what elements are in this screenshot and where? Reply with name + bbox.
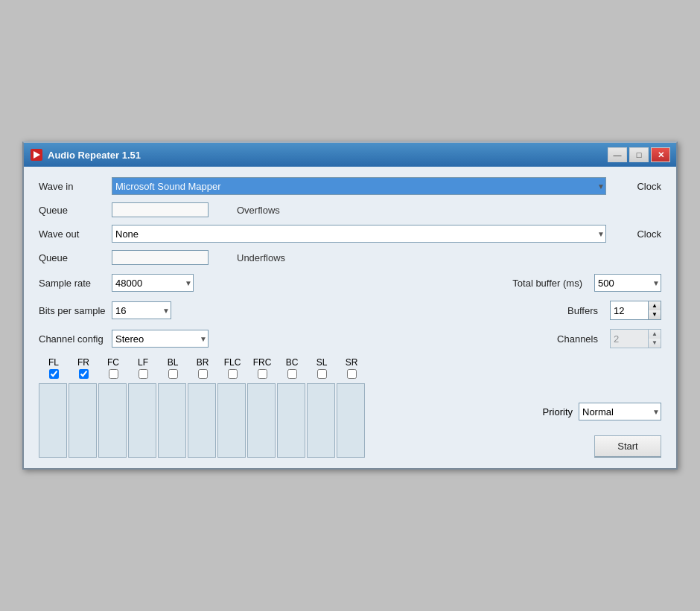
- channels-input[interactable]: [611, 330, 648, 348]
- ch-check-FR[interactable]: [79, 369, 89, 379]
- ch-check-FL[interactable]: [49, 369, 59, 379]
- buffers-input[interactable]: [611, 301, 648, 319]
- level-bar-SL: [307, 383, 335, 458]
- content-area: Wave in Microsoft Sound Mapper ▼ Clock Q…: [24, 167, 676, 468]
- ch-check-FLC[interactable]: [228, 369, 238, 379]
- ch-check-LF[interactable]: [139, 369, 148, 379]
- queue-in-label: Queue: [39, 205, 106, 216]
- total-buffer-select[interactable]: 500 100 200 1000: [594, 274, 661, 292]
- sample-rate-label: Sample rate: [39, 278, 106, 289]
- ch-label-SR: SR: [337, 357, 366, 368]
- level-bar-BC: [277, 383, 305, 458]
- queue-in-row: Queue Overflows: [39, 202, 661, 217]
- ch-check-FRC[interactable]: [258, 369, 267, 379]
- buffers-spin-down[interactable]: ▼: [649, 310, 661, 319]
- maximize-button[interactable]: □: [629, 147, 649, 162]
- channels-label: Channels: [557, 333, 598, 345]
- ch-label-FLC: FLC: [217, 357, 247, 368]
- ch-label-FL: FL: [39, 357, 69, 368]
- wave-in-label: Wave in: [39, 181, 106, 192]
- right-controls: Priority Normal Lowest Below Normal Abov…: [534, 357, 661, 458]
- priority-select[interactable]: Normal Lowest Below Normal Above Normal …: [579, 403, 661, 420]
- ch-check-BL[interactable]: [168, 369, 178, 379]
- channels-spin-down[interactable]: ▼: [649, 339, 661, 348]
- total-buffer-select-container: 500 100 200 1000 ▼: [594, 274, 661, 292]
- channels-section: FL FR FC LF BL BR FLC FRC BC SL SR: [39, 357, 661, 458]
- priority-row: Priority Normal Lowest Below Normal Abov…: [543, 403, 661, 420]
- ch-label-FC: FC: [98, 357, 128, 368]
- ch-label-SL: SL: [307, 357, 337, 368]
- wave-out-select-container: None ▼: [112, 225, 606, 243]
- title-bar: Audio Repeater 1.51 — □ ✕: [24, 143, 676, 167]
- level-bar-LF: [128, 383, 156, 458]
- wave-in-select-container: Microsoft Sound Mapper ▼: [112, 177, 606, 195]
- wave-out-select[interactable]: None: [112, 225, 606, 243]
- ch-label-LF: LF: [128, 357, 158, 368]
- wave-in-select[interactable]: Microsoft Sound Mapper: [112, 177, 606, 195]
- minimize-button[interactable]: —: [608, 147, 627, 162]
- total-buffer-label: Total buffer (ms): [512, 278, 582, 289]
- underflows-label: Underflows: [237, 252, 285, 263]
- sample-rate-select[interactable]: 48000 44100 22050 11025 8000 96000: [112, 274, 194, 292]
- buffers-spin-up[interactable]: ▲: [649, 301, 661, 310]
- window-title: Audio Repeater 1.51: [48, 150, 141, 161]
- sample-rate-row: Sample rate 48000 44100 22050 11025 8000…: [39, 274, 661, 292]
- title-bar-left: Audio Repeater 1.51: [30, 148, 141, 161]
- wave-out-clock-label: Clock: [624, 228, 661, 240]
- window-controls: — □ ✕: [608, 147, 670, 162]
- channel-checkboxes-row: [39, 369, 534, 379]
- queue-out-input[interactable]: [112, 250, 209, 265]
- ch-check-SL[interactable]: [317, 369, 327, 379]
- bits-per-sample-row: Bits per sample 16 8 24 32 ▼ Buffers ▲ ▼: [39, 301, 661, 320]
- level-bar-FL: [39, 383, 67, 458]
- queue-out-row: Queue Underflows: [39, 250, 661, 265]
- start-button[interactable]: Start: [594, 435, 661, 458]
- bits-per-sample-label: Bits per sample: [39, 305, 106, 316]
- channels-spinbox-buttons: ▲ ▼: [648, 330, 661, 348]
- app-icon: [30, 148, 43, 161]
- wave-in-clock-label: Clock: [624, 181, 661, 192]
- level-bar-FRC: [247, 383, 276, 458]
- ch-label-BR: BR: [188, 357, 217, 368]
- ch-check-BR[interactable]: [198, 369, 208, 379]
- bits-per-sample-select[interactable]: 16 8 24 32: [112, 301, 171, 319]
- ch-label-FR: FR: [69, 357, 98, 368]
- ch-check-SR[interactable]: [347, 369, 357, 379]
- level-bars-row: [39, 383, 534, 458]
- bits-per-sample-select-container: 16 8 24 32 ▼: [112, 301, 171, 319]
- channels-left: FL FR FC LF BL BR FLC FRC BC SL SR: [39, 357, 534, 458]
- ch-check-BC[interactable]: [287, 369, 297, 379]
- ch-label-FRC: FRC: [247, 357, 277, 368]
- level-bar-SR: [337, 383, 365, 458]
- level-bar-FLC: [217, 383, 246, 458]
- channel-config-row: Channel config Stereo Mono Quadraphonic …: [39, 329, 661, 348]
- level-bar-BL: [158, 383, 186, 458]
- sample-rate-select-container: 48000 44100 22050 11025 8000 96000 ▼: [112, 274, 194, 292]
- buffers-spinbox-buttons: ▲ ▼: [648, 301, 661, 319]
- channel-config-select[interactable]: Stereo Mono Quadraphonic 5.1 Surround 7.…: [112, 330, 209, 348]
- channel-labels-row: FL FR FC LF BL BR FLC FRC BC SL SR: [39, 357, 534, 368]
- priority-label: Priority: [543, 406, 573, 418]
- ch-label-BC: BC: [277, 357, 307, 368]
- wave-in-row: Wave in Microsoft Sound Mapper ▼ Clock: [39, 177, 661, 195]
- channels-spin-up[interactable]: ▲: [649, 330, 661, 339]
- buffers-label: Buffers: [567, 305, 598, 316]
- wave-out-row: Wave out None ▼ Clock: [39, 225, 661, 243]
- close-button[interactable]: ✕: [651, 147, 670, 162]
- ch-check-FC[interactable]: [109, 369, 118, 379]
- channel-config-label: Channel config: [39, 333, 106, 345]
- channel-config-select-container: Stereo Mono Quadraphonic 5.1 Surround 7.…: [112, 330, 209, 348]
- channels-spinbox: ▲ ▼: [610, 329, 661, 348]
- wave-out-label: Wave out: [39, 228, 106, 240]
- main-window: Audio Repeater 1.51 — □ ✕ Wave in Micros…: [22, 141, 678, 470]
- priority-select-container: Normal Lowest Below Normal Above Normal …: [579, 403, 661, 420]
- level-bar-BR: [188, 383, 216, 458]
- level-bar-FR: [69, 383, 97, 458]
- queue-out-label: Queue: [39, 252, 106, 263]
- overflows-label: Overflows: [237, 205, 280, 216]
- queue-in-input[interactable]: [112, 202, 209, 217]
- level-bar-FC: [98, 383, 127, 458]
- ch-label-BL: BL: [158, 357, 188, 368]
- buffers-spinbox: ▲ ▼: [610, 301, 661, 320]
